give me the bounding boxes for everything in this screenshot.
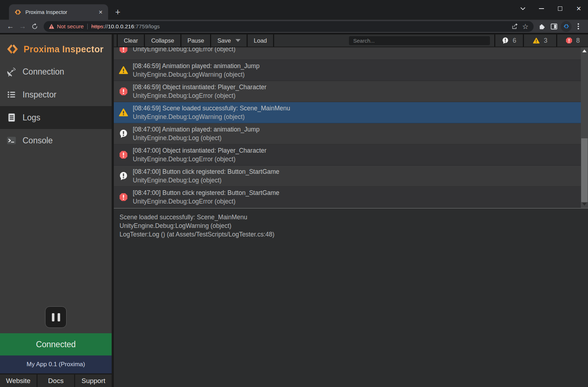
log-message: [08:47:00] Button click registered: Butt… bbox=[133, 188, 280, 197]
reload-button[interactable] bbox=[29, 21, 41, 32]
log-message: [08:46:59] Scene loaded successfully: Sc… bbox=[133, 104, 290, 113]
terminal-icon bbox=[6, 135, 17, 146]
url-text: https://10.0.0.216:7759/logs bbox=[91, 23, 509, 30]
omnibox-divider bbox=[87, 24, 88, 29]
search-input[interactable] bbox=[349, 36, 490, 45]
save-button[interactable]: Save bbox=[211, 34, 247, 47]
log-row[interactable]: [08:46:59] Object instantiated: Player_C… bbox=[114, 81, 581, 102]
log-row[interactable]: [08:47:00] Button click registered: Butt… bbox=[114, 187, 581, 208]
scroll-up-arrow-icon[interactable] bbox=[582, 49, 587, 52]
sidebar-item-connection[interactable]: Connection bbox=[0, 60, 112, 83]
minimize-icon bbox=[539, 8, 544, 9]
log-message: [08:47:00] Button click registered: Butt… bbox=[133, 167, 280, 176]
browser-menu-button[interactable] bbox=[572, 21, 584, 32]
sidebar-item-label: Inspector bbox=[23, 90, 57, 100]
logs-toolbar: Clear Collapse Pause Save Load bbox=[114, 34, 588, 47]
info-bubble-icon bbox=[119, 129, 128, 138]
log-row[interactable]: [08:47:00] Animation played: animation_J… bbox=[114, 123, 581, 144]
warning-triangle-icon bbox=[119, 66, 128, 75]
window-controls: ✕ bbox=[514, 0, 588, 17]
detail-line: Scene loaded successfully: Scene_MainMen… bbox=[120, 213, 582, 221]
error-octagon-icon bbox=[565, 37, 573, 44]
minimize-button[interactable] bbox=[532, 0, 551, 17]
log-stacktrace: UnityEngine.Debug:LogWarning (object) bbox=[133, 70, 259, 79]
extensions-button[interactable] bbox=[536, 21, 548, 32]
url-scheme: https bbox=[91, 23, 103, 29]
support-link[interactable]: Support bbox=[75, 374, 112, 387]
collapse-button[interactable]: Collapse bbox=[145, 34, 180, 47]
log-text: [08:46:59] Animation played: animation_J… bbox=[133, 62, 259, 79]
share-button[interactable] bbox=[509, 22, 520, 32]
sidebar-footer: Website Docs Support bbox=[0, 373, 112, 387]
sidebar-item-console[interactable]: Console bbox=[0, 129, 112, 152]
log-list: UnityEngine.Debug:LogError (object) [08:… bbox=[114, 47, 581, 208]
omnibox[interactable]: Not secure https://10.0.0.216:7759/logs … bbox=[44, 21, 534, 32]
log-message: [08:46:59] Object instantiated: Player_C… bbox=[133, 83, 267, 91]
error-count: 8 bbox=[576, 37, 580, 44]
detail-line: UnityEngine.Debug:LogWarning (object) bbox=[120, 221, 582, 230]
log-row[interactable]: [08:47:00] Object instantiated: Player_C… bbox=[114, 144, 581, 166]
star-icon: ☆ bbox=[522, 22, 529, 31]
sidebar-item-label: Logs bbox=[23, 113, 40, 123]
browser-tab[interactable]: Proxima Inspector ✕ bbox=[9, 4, 108, 20]
tab-close-icon[interactable]: ✕ bbox=[97, 8, 105, 16]
info-count-filter[interactable]: 6 bbox=[495, 34, 523, 47]
url-host: 10.0.0.216 bbox=[108, 23, 134, 29]
pause-icon bbox=[52, 313, 54, 321]
side-panel-button[interactable] bbox=[548, 21, 560, 32]
close-icon: ✕ bbox=[576, 5, 581, 13]
log-scrollbar[interactable] bbox=[581, 47, 588, 208]
sidebar-item-inspector[interactable]: Inspector bbox=[0, 83, 112, 106]
proxima-logo-icon bbox=[6, 42, 19, 56]
scroll-down-arrow-icon[interactable] bbox=[582, 203, 587, 206]
website-link[interactable]: Website bbox=[0, 374, 37, 387]
profile-avatar[interactable] bbox=[560, 21, 572, 32]
pause-logs-button[interactable]: Pause bbox=[181, 34, 210, 47]
bookmark-star-button[interactable]: ☆ bbox=[520, 22, 531, 32]
log-stacktrace: UnityEngine.Debug:LogError (object) bbox=[133, 91, 267, 100]
save-dropdown-caret-icon[interactable] bbox=[235, 39, 240, 42]
clear-button[interactable]: Clear bbox=[118, 34, 144, 47]
address-bar: ← → Not secure https://10.0.0.216:7759/l… bbox=[0, 20, 588, 33]
sidebar: Proxima Inspector Connection bbox=[0, 34, 112, 387]
maximize-button[interactable] bbox=[551, 0, 569, 17]
log-row[interactable]: UnityEngine.Debug:LogError (object) bbox=[114, 47, 581, 60]
info-bubble-icon bbox=[502, 37, 509, 44]
document-icon bbox=[6, 112, 17, 123]
log-text: [08:47:00] Animation played: animation_J… bbox=[133, 125, 259, 142]
log-row[interactable]: [08:46:59] Animation played: animation_J… bbox=[114, 60, 581, 81]
reload-icon bbox=[31, 23, 38, 30]
share-icon bbox=[511, 23, 518, 29]
satellite-dish-icon bbox=[6, 66, 17, 77]
list-icon bbox=[6, 89, 17, 100]
pause-stream-button[interactable] bbox=[45, 306, 67, 328]
app-logo: Proxima Inspector bbox=[0, 38, 112, 60]
not-secure-label[interactable]: Not secure bbox=[57, 23, 84, 30]
not-secure-icon bbox=[49, 24, 54, 29]
warning-count: 3 bbox=[544, 37, 547, 44]
log-stacktrace: UnityEngine.Debug:Log (object) bbox=[133, 134, 259, 142]
puzzle-icon bbox=[538, 23, 545, 30]
sidebar-item-label: Console bbox=[23, 136, 53, 145]
log-detail-pane: Scene loaded successfully: Scene_MainMen… bbox=[114, 209, 588, 387]
error-count-filter[interactable]: 8 bbox=[557, 34, 588, 47]
error-octagon-icon bbox=[119, 87, 128, 96]
log-message: [08:47:00] Animation played: animation_J… bbox=[133, 125, 259, 134]
load-button[interactable]: Load bbox=[248, 34, 273, 47]
scrollbar-thumb[interactable] bbox=[581, 138, 588, 202]
docs-link[interactable]: Docs bbox=[38, 374, 74, 387]
log-text: [08:47:00] Object instantiated: Player_C… bbox=[133, 146, 267, 163]
close-window-button[interactable]: ✕ bbox=[569, 0, 588, 17]
browser-window: Proxima Inspector ✕ + ✕ ← → bbox=[0, 0, 588, 387]
log-row[interactable]: [08:47:00] Button click registered: Butt… bbox=[114, 166, 581, 187]
new-tab-button[interactable]: + bbox=[112, 6, 123, 18]
tab-search-chevron-icon[interactable] bbox=[514, 0, 532, 17]
warning-count-filter[interactable]: 3 bbox=[524, 34, 556, 47]
warning-triangle-icon bbox=[119, 108, 128, 117]
back-button[interactable]: ← bbox=[4, 21, 16, 32]
error-octagon-icon bbox=[119, 150, 128, 159]
forward-button[interactable]: → bbox=[16, 21, 29, 32]
log-row[interactable]: [08:46:59] Scene loaded successfully: Sc… bbox=[114, 102, 581, 123]
info-count: 6 bbox=[512, 37, 516, 44]
sidebar-item-logs[interactable]: Logs bbox=[0, 106, 112, 129]
